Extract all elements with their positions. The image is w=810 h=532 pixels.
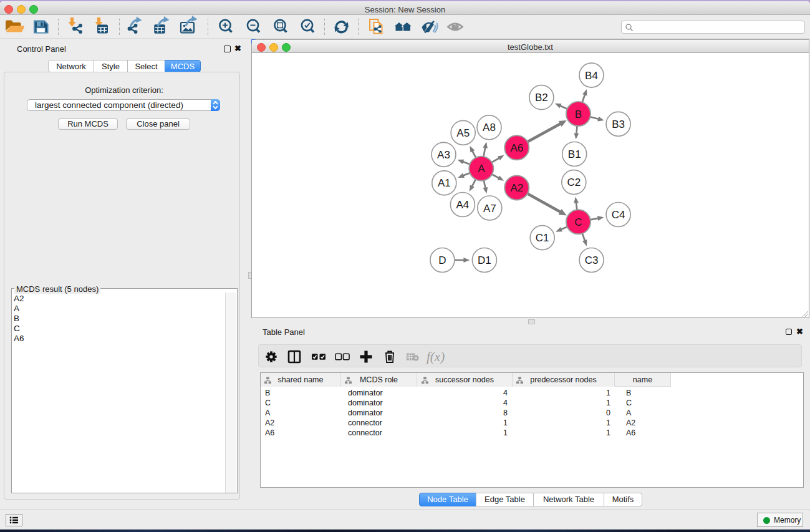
svg-text:B4: B4 (585, 70, 598, 82)
svg-text:C: C (574, 216, 582, 228)
svg-text:A6: A6 (510, 142, 523, 154)
svg-text:A8: A8 (483, 122, 496, 133)
svg-text:f(x): f(x) (427, 349, 445, 364)
svg-text:B1: B1 (568, 148, 581, 160)
svg-text:C4: C4 (612, 209, 625, 221)
svg-text:A5: A5 (456, 127, 470, 139)
svg-text:C2: C2 (567, 177, 581, 188)
svg-text:A4: A4 (456, 199, 470, 211)
svg-text:D1: D1 (478, 254, 491, 266)
svg-text:A1: A1 (438, 177, 451, 189)
svg-text:A2: A2 (510, 182, 523, 194)
svg-text:C1: C1 (536, 232, 549, 244)
svg-text:C3: C3 (585, 254, 599, 266)
svg-text:D: D (438, 254, 446, 266)
svg-text:A7: A7 (483, 203, 496, 215)
svg-text:A3: A3 (437, 149, 450, 161)
svg-text:B3: B3 (612, 118, 625, 130)
svg-text:A: A (478, 163, 485, 175)
svg-text:B: B (575, 109, 582, 120)
svg-text:B2: B2 (535, 92, 548, 104)
